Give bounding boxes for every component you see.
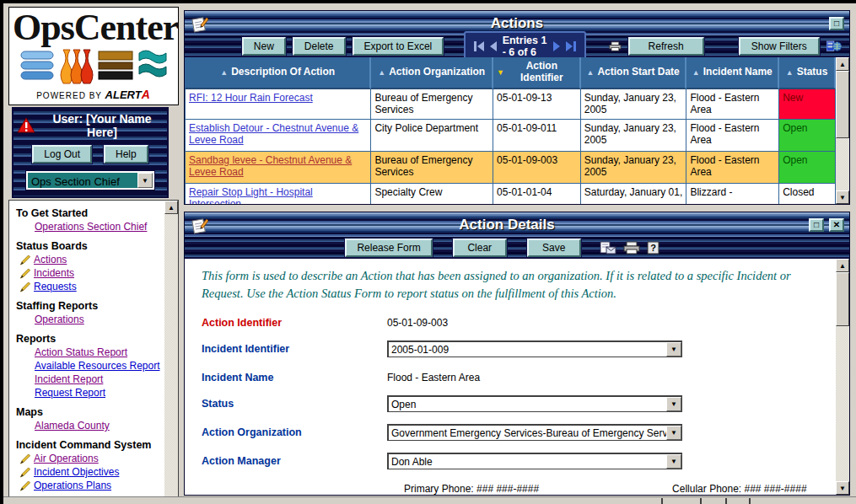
sidebar-item-action-status-report[interactable]: Action Status Report xyxy=(35,346,163,358)
table-scrollbar[interactable]: ▲ ▼ xyxy=(836,57,849,204)
cell-organization: Specialty Crew xyxy=(371,184,493,204)
field-action-manager: Action Manager Don Able ▼ xyxy=(202,453,824,469)
details-scrollbar[interactable]: ▲ ▼ xyxy=(836,259,849,495)
table-row[interactable]: Repair Stop Light - Hospital Intersectio… xyxy=(185,184,836,204)
sort-asc-icon[interactable]: ▲ xyxy=(786,68,794,77)
sort-asc-icon[interactable]: ▲ xyxy=(692,68,700,77)
refresh-button[interactable]: Refresh xyxy=(628,37,704,56)
help-button[interactable]: Help xyxy=(104,145,148,164)
scroll-down-icon[interactable]: ▼ xyxy=(836,190,849,204)
first-page-icon[interactable] xyxy=(474,41,484,51)
field-label: Action Manager xyxy=(202,453,387,467)
sidebar-scrollbar[interactable]: ▲ ▼ xyxy=(164,201,178,504)
help-icon[interactable]: ? xyxy=(647,241,659,255)
notepad-pencil-icon xyxy=(190,215,210,235)
col-status[interactable]: ▲Status xyxy=(779,57,836,89)
col-action-organization[interactable]: ▲Action Organization xyxy=(371,57,493,89)
scroll-up-icon[interactable]: ▲ xyxy=(164,201,178,214)
action-link[interactable]: Sandbag levee - Chestnut Avenue & Levee … xyxy=(189,154,352,178)
status-select[interactable]: Open ▼ xyxy=(387,395,682,412)
col-description-of-action[interactable]: ▲Description Of Action xyxy=(185,57,371,89)
logo-waves-icon xyxy=(19,48,168,85)
alert-brand-a: A xyxy=(142,88,151,101)
close-icon[interactable]: ✕ xyxy=(829,218,844,232)
maximize-icon[interactable]: □ xyxy=(829,17,844,30)
action-details-title: Action Details xyxy=(210,217,804,233)
scroll-up-icon[interactable]: ▲ xyxy=(836,57,849,71)
table-row-selected[interactable]: Sandbag levee - Chestnut Avenue & Levee … xyxy=(185,152,836,184)
actions-table: ▲Description Of Action ▲Action Organizat… xyxy=(185,57,849,204)
save-button[interactable]: Save xyxy=(527,239,581,257)
scroll-up-icon[interactable]: ▲ xyxy=(836,259,849,272)
sidebar-item-incident-objectives[interactable]: Incident Objectives xyxy=(19,466,163,478)
pencil-icon xyxy=(19,281,31,292)
cell-identifier: 05-01-01-04 xyxy=(493,184,581,204)
clear-button[interactable]: Clear xyxy=(453,239,507,257)
last-page-icon[interactable] xyxy=(566,41,576,51)
sort-asc-icon[interactable]: ▲ xyxy=(220,68,228,77)
sort-asc-icon[interactable]: ▲ xyxy=(586,68,594,77)
action-manager-select[interactable]: Don Able ▼ xyxy=(387,453,682,469)
incident-identifier-select[interactable]: 2005-01-009 ▼ xyxy=(387,340,682,357)
action-link[interactable]: RFI: 12 Hour Rain Forecast xyxy=(189,92,313,104)
role-select[interactable]: Ops Section Chief ▼ xyxy=(26,171,154,190)
release-form-button[interactable]: Release Form xyxy=(345,239,432,257)
role-select-arrow-icon[interactable]: ▼ xyxy=(137,173,153,188)
cell-incident-name: Flood - Eastern Area xyxy=(686,120,779,152)
next-page-icon[interactable] xyxy=(553,41,560,51)
actions-toolbar: New Delete Export to Excel Entries 1 - 6… xyxy=(185,35,849,57)
mail-form-icon[interactable] xyxy=(600,241,616,255)
sidebar-item-operations-plans[interactable]: Operations Plans xyxy=(19,480,163,491)
bottom-status-strip xyxy=(3,496,856,504)
sidebar-item-request-report[interactable]: Request Report xyxy=(35,387,163,399)
col-incident-name[interactable]: ▲Incident Name xyxy=(686,57,779,89)
action-organization-select[interactable]: Government Emergency Services-Bureau of … xyxy=(387,424,682,441)
export-to-excel-button[interactable]: Export to Excel xyxy=(353,37,444,56)
select-arrow-icon[interactable]: ▼ xyxy=(666,454,681,469)
primary-phone-label: Primary Phone: ### ###-#### xyxy=(404,483,539,495)
scrollbar-thumb[interactable] xyxy=(836,272,849,326)
action-details-panel: Action Details □ ✕ Release Form Clear Sa… xyxy=(184,212,850,496)
table-row[interactable]: RFI: 12 Hour Rain Forecast Bureau of Eme… xyxy=(185,89,836,120)
cell-incident-name: Blizzard - xyxy=(686,184,779,204)
sidebar-item-incident-report[interactable]: Incident Report xyxy=(35,373,163,385)
new-button[interactable]: New xyxy=(242,37,286,56)
scroll-down-icon[interactable]: ▼ xyxy=(836,481,849,495)
action-link[interactable]: Establish Detour - Chestnut Avenue & Lev… xyxy=(189,122,358,146)
select-arrow-icon[interactable]: ▼ xyxy=(666,397,681,411)
sort-desc-icon[interactable]: ▼ xyxy=(497,68,504,77)
sidebar-item-actions[interactable]: Actions xyxy=(19,254,163,265)
cell-organization: City Police Department xyxy=(371,120,493,152)
maximize-icon[interactable]: □ xyxy=(809,218,824,232)
select-arrow-icon[interactable]: ▼ xyxy=(666,426,681,440)
sort-asc-icon[interactable]: ▲ xyxy=(378,68,385,77)
select-arrow-icon[interactable]: ▼ xyxy=(666,342,681,357)
print-icon[interactable] xyxy=(609,40,622,53)
sidebar-item-requests[interactable]: Requests xyxy=(19,281,163,292)
show-filters-button[interactable]: Show Filters xyxy=(739,37,820,56)
table-row[interactable]: Establish Detour - Chestnut Avenue & Lev… xyxy=(185,120,836,152)
col-action-identifier[interactable]: ▼Action Identifier xyxy=(493,57,581,89)
sidebar: To Get Started Operations Section Chief … xyxy=(8,200,179,504)
sidebar-item-alameda-county[interactable]: Alameda County xyxy=(35,420,163,432)
scrollbar-thumb[interactable] xyxy=(836,71,849,138)
status-badge: Open xyxy=(779,152,836,184)
logout-button[interactable]: Log Out xyxy=(32,145,92,164)
sidebar-section-maps: Maps xyxy=(16,406,163,418)
sidebar-item-air-operations[interactable]: Air Operations xyxy=(19,453,163,464)
sidebar-item-available-resources-report[interactable]: Available Resources Report xyxy=(35,360,163,372)
sidebar-section-status-boards: Status Boards xyxy=(16,240,163,252)
print-icon[interactable] xyxy=(623,241,640,255)
sidebar-item-operations-section-chief[interactable]: Operations Section Chief xyxy=(35,221,163,233)
alert-brand: ALERT xyxy=(105,88,142,101)
previous-page-icon[interactable] xyxy=(490,41,497,51)
cellular-phone-label: Cellular Phone: ### ###-#### xyxy=(672,483,806,495)
window-globe-icon[interactable] xyxy=(826,39,843,54)
sidebar-item-operations[interactable]: Operations xyxy=(35,314,163,325)
action-link[interactable]: Repair Stop Light - Hospital Intersectio… xyxy=(189,186,313,204)
delete-button[interactable]: Delete xyxy=(293,37,346,56)
sidebar-item-incidents[interactable]: Incidents xyxy=(19,267,163,279)
cell-organization: Bureau of Emergency Services xyxy=(371,89,493,120)
pencil-icon xyxy=(19,255,31,265)
col-action-start-date[interactable]: ▲Action Start Date xyxy=(581,57,687,89)
